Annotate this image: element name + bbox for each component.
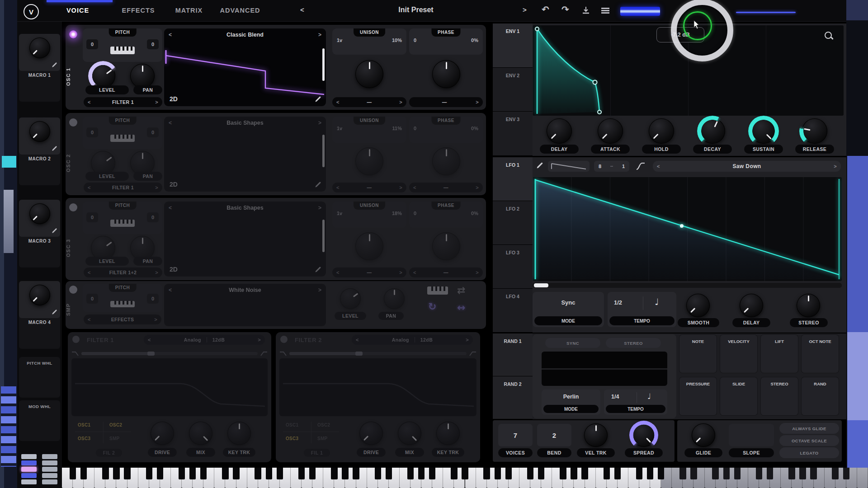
filter2-model-selector[interactable]: < Analog 12dB > <box>352 335 473 345</box>
tab-env1[interactable]: ENV 1 <box>493 23 533 68</box>
lfo-tempo-value[interactable]: 1/2 <box>614 299 622 306</box>
edit-pencil-icon[interactable] <box>315 266 321 273</box>
black-key[interactable] <box>102 468 108 479</box>
lfo-smooth-knob[interactable] <box>686 294 710 317</box>
black-key[interactable] <box>277 468 283 479</box>
chevron-right-icon[interactable]: > <box>834 164 837 169</box>
tab-matrix[interactable]: MATRIX <box>169 7 209 14</box>
smp-sample-display[interactable]: < White Noise > <box>164 284 326 326</box>
chevron-left-icon[interactable]: < <box>356 337 359 343</box>
phase-slider-handle[interactable] <box>534 283 548 287</box>
chevron-right-icon[interactable]: > <box>258 337 261 343</box>
white-key[interactable] <box>857 468 868 488</box>
rand2-tempo-value[interactable]: 1/4 <box>611 394 619 400</box>
osc3-pitch-fine[interactable]: 0 <box>147 212 159 222</box>
black-key[interactable] <box>832 468 838 479</box>
osc3-unison-knob[interactable] <box>355 232 383 260</box>
osc1-unison-voices[interactable]: 1v <box>337 38 342 43</box>
rand1-sync-button[interactable]: SYNC <box>545 338 600 348</box>
black-key[interactable] <box>690 468 697 479</box>
osc1-mode-label[interactable]: 2D <box>170 95 178 103</box>
keyboard[interactable] <box>62 468 868 488</box>
wavetable-next-icon[interactable]: > <box>318 120 321 126</box>
edit-pencil-icon[interactable] <box>315 181 321 188</box>
lfo-delay-knob[interactable] <box>740 294 763 317</box>
lfo-grid-x[interactable]: 8 <box>599 164 601 169</box>
spread-knob[interactable] <box>632 423 656 447</box>
wavetable-scrollbar[interactable] <box>322 220 325 252</box>
edit-pencil-icon[interactable] <box>315 96 321 103</box>
osc1-pitch-semitones[interactable]: 0 <box>86 39 98 49</box>
black-key[interactable] <box>80 468 87 479</box>
osc2-unison-detune[interactable]: 11% <box>392 126 402 131</box>
note-icon[interactable]: ♩ <box>647 392 651 401</box>
black-key[interactable] <box>614 468 621 479</box>
osc2-phase-knob[interactable] <box>432 147 460 175</box>
black-key[interactable] <box>418 468 425 479</box>
filter1-display[interactable] <box>71 358 268 416</box>
lfo-display[interactable] <box>533 177 842 281</box>
chevron-left-icon[interactable]: < <box>336 185 340 190</box>
black-key[interactable] <box>483 468 490 479</box>
mini-slider[interactable] <box>736 12 796 13</box>
macro-1-knob[interactable] <box>29 38 50 58</box>
black-key[interactable] <box>429 468 435 479</box>
edit-pencil-icon[interactable] <box>52 228 57 234</box>
filter2-keytrk-knob[interactable] <box>436 422 460 445</box>
osc3-unison-selector[interactable]: < — > <box>332 267 406 277</box>
black-key[interactable] <box>331 468 337 479</box>
preset-prev-button[interactable]: < <box>300 6 304 14</box>
chevron-right-icon[interactable]: > <box>154 317 157 322</box>
mpe-tile-note[interactable]: NOTE <box>679 334 717 373</box>
black-key[interactable] <box>353 468 359 479</box>
osc2-unison-knob[interactable] <box>355 147 383 175</box>
edit-pencil-icon[interactable] <box>52 145 57 151</box>
pitch-wheel-module[interactable]: PITCH WHL <box>19 357 60 398</box>
black-key[interactable] <box>571 468 577 479</box>
black-key[interactable] <box>636 468 642 479</box>
osc3-unison-detune[interactable]: 18% <box>392 211 402 216</box>
mini-piano-icon[interactable] <box>110 47 135 54</box>
macro-3-knob[interactable] <box>29 203 50 224</box>
chevron-left-icon[interactable]: < <box>88 317 91 322</box>
filter1-input-fil[interactable]: FIL 2 <box>96 449 122 457</box>
black-key[interactable] <box>222 468 228 479</box>
filter1-drive-knob[interactable] <box>151 422 174 445</box>
filter2-input-fil[interactable]: FIL 1 <box>304 449 330 457</box>
osc1-pan-knob[interactable] <box>130 64 155 88</box>
black-key[interactable] <box>342 468 348 479</box>
env-sustain-knob[interactable] <box>751 118 776 144</box>
osc2-filter-routing[interactable]: < FILTER 1 > <box>84 183 162 192</box>
mini-piano-icon[interactable] <box>110 301 135 307</box>
filter1-input-osc3[interactable]: OSC3 <box>78 436 90 441</box>
tab-rand1[interactable]: RAND 1 <box>493 333 533 376</box>
black-key[interactable] <box>679 468 686 479</box>
osc3-phase-value[interactable]: 0 <box>414 211 416 216</box>
filter2-drive-knob[interactable] <box>359 422 383 445</box>
keyboard-track-icon[interactable] <box>427 286 448 295</box>
black-key[interactable] <box>538 468 544 479</box>
osc2-wavetable-name[interactable]: Basic Shapes <box>164 120 326 126</box>
black-key[interactable] <box>233 468 239 479</box>
tab-lfo3[interactable]: LFO 3 <box>493 245 533 289</box>
tab-env2[interactable]: ENV 2 <box>493 68 533 112</box>
mini-piano-icon[interactable] <box>110 135 135 142</box>
lfo-mode-value[interactable]: Sync <box>533 299 604 306</box>
lfo-stereo-knob[interactable] <box>797 294 820 317</box>
tab-effects[interactable]: EFFECTS <box>118 7 158 14</box>
filter2-input-smp[interactable]: SMP <box>317 436 328 441</box>
mpe-tile-velocity[interactable]: VELOCITY <box>720 334 758 373</box>
redo-icon[interactable]: ↷ <box>561 4 569 15</box>
preset-name[interactable]: Init Preset <box>362 6 470 14</box>
osc1-phase-rand[interactable]: 0% <box>471 38 478 43</box>
chevron-left-icon[interactable]: < <box>88 99 91 105</box>
osc1-level-knob[interactable] <box>91 64 115 88</box>
lfo-phase-slider[interactable] <box>533 283 842 288</box>
wavetable-scrollbar[interactable] <box>322 135 325 167</box>
edit-pencil-icon[interactable] <box>52 62 57 68</box>
osc1-phase-knob[interactable] <box>432 60 460 88</box>
smp-sample-name[interactable]: White Noise <box>164 287 326 293</box>
black-key[interactable] <box>124 468 130 479</box>
osc3-filter-routing[interactable]: < FILTER 1+2 > <box>84 267 162 277</box>
black-key[interactable] <box>712 468 718 479</box>
